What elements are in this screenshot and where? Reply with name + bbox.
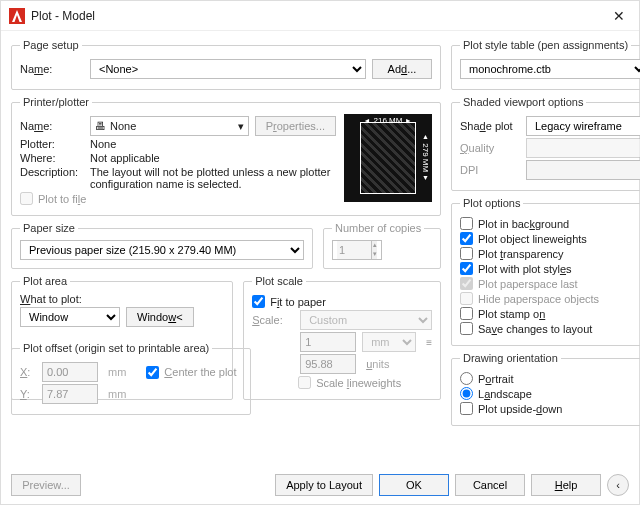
plot-offset-legend: Plot offset (origin set to printable are… <box>20 342 212 354</box>
svg-marker-0 <box>12 10 22 22</box>
y-unit: mm <box>108 388 126 400</box>
dpi-input <box>526 160 640 180</box>
ok-button[interactable]: OK <box>379 474 449 496</box>
plot-scale-legend: Plot scale <box>252 275 306 287</box>
printer-group: Printer/plotter Name: 🖶 None ▾ Propertie… <box>11 96 441 216</box>
plot-style-legend: Plot style table (pen assignments) <box>460 39 631 51</box>
plotter-value: None <box>90 138 116 150</box>
orientation-group: Drawing orientation Portrait Landscape P… <box>451 352 640 426</box>
scale-lineweights-check: Scale lineweights <box>298 376 432 389</box>
orientation-legend: Drawing orientation <box>460 352 561 364</box>
y-label: Y: <box>20 388 36 400</box>
preview-button: Preview... <box>11 474 81 496</box>
save-changes-check[interactable]: Save changes to layout <box>460 322 640 335</box>
paper-size-group: Paper size Previous paper size (215.90 x… <box>11 222 313 269</box>
window-title: Plot - Model <box>31 9 607 23</box>
plot-options-group: Plot options Plot in background Plot obj… <box>451 197 640 346</box>
page-setup-group: Page setup Name: <None> Add... <box>11 39 441 90</box>
cancel-button[interactable]: Cancel <box>455 474 525 496</box>
close-icon[interactable]: ✕ <box>607 8 631 24</box>
help-button[interactable]: Help <box>531 474 601 496</box>
quality-label: Quality <box>460 142 520 154</box>
printer-legend: Printer/plotter <box>20 96 92 108</box>
plot-object-lw-check[interactable]: Plot object lineweights <box>460 232 640 245</box>
plot-style-group: Plot style table (pen assignments) monoc… <box>451 39 640 90</box>
plot-to-file-check: Plot to file <box>20 192 336 205</box>
paper-size-legend: Paper size <box>20 222 78 234</box>
plot-style-select[interactable]: monochrome.ctb <box>460 59 640 79</box>
chevron-left-icon: ‹ <box>616 479 620 491</box>
dpi-label: DPI <box>460 164 520 176</box>
paper-size-select[interactable]: Previous paper size (215.90 x 279.40 MM) <box>20 240 304 260</box>
hide-ps-objects-check: Hide paperspace objects <box>460 292 640 305</box>
desc-label: Description: <box>20 166 84 178</box>
copies-spinner: ▴▾ <box>332 240 382 260</box>
scale-label: Scale: <box>252 314 294 326</box>
page-setup-legend: Page setup <box>20 39 82 51</box>
plot-offset-group: Plot offset (origin set to printable are… <box>11 342 251 415</box>
fit-to-paper-check[interactable]: Fit to paper <box>252 295 432 308</box>
scale-unit-count <box>300 332 356 352</box>
desc-value: The layout will not be plotted unless a … <box>90 166 336 190</box>
upside-down-check[interactable]: Plot upside-down <box>460 402 640 415</box>
copies-legend: Number of copies <box>332 222 424 234</box>
plot-dialog: Plot - Model ✕ Page setup Name: <None> A… <box>0 0 640 505</box>
plot-options-legend: Plot options <box>460 197 523 209</box>
what-to-plot-label: What to plot: <box>20 293 224 305</box>
drawing-units-input <box>300 354 356 374</box>
where-value: Not applicable <box>90 152 160 164</box>
plot-stamp-check[interactable]: Plot stamp on <box>460 307 640 320</box>
shaded-legend: Shaded viewport options <box>460 96 586 108</box>
dialog-footer: Preview... Apply to Layout OK Cancel Hel… <box>1 468 639 504</box>
printer-name-select[interactable]: 🖶 None ▾ <box>90 116 249 136</box>
page-setup-name-label: Name: <box>20 63 84 75</box>
shaded-viewport-group: Shaded viewport options Shade plot Legac… <box>451 96 640 191</box>
y-input <box>42 384 98 404</box>
plotter-label: Plotter: <box>20 138 84 150</box>
chevron-down-icon: ▾ <box>238 120 244 133</box>
add-button[interactable]: Add... <box>372 59 432 79</box>
plot-scale-group: Plot scale Fit to paper Scale: Custom <box>243 275 441 400</box>
shade-plot-select[interactable]: Legacy wireframe <box>526 116 640 136</box>
printer-icon: 🖶 <box>95 120 106 132</box>
quality-select <box>526 138 640 158</box>
center-plot-check[interactable]: Center the plot <box>146 366 236 379</box>
expand-options-button[interactable]: ‹ <box>607 474 629 496</box>
plot-ps-last-check: Plot paperspace last <box>460 277 640 290</box>
portrait-radio[interactable]: Portrait <box>460 372 640 385</box>
x-unit: mm <box>108 366 126 378</box>
scale-unit-select: mm <box>362 332 416 352</box>
window-pick-button[interactable]: Window< <box>126 307 194 327</box>
plot-transparency-check[interactable]: Plot transparency <box>460 247 640 260</box>
equals-icon: ≡ <box>426 337 432 348</box>
what-to-plot-select[interactable]: Window <box>20 307 120 327</box>
apply-to-layout-button[interactable]: Apply to Layout <box>275 474 373 496</box>
printer-name-value: None <box>110 120 238 132</box>
x-input <box>42 362 98 382</box>
page-setup-name-select[interactable]: <None> <box>90 59 366 79</box>
landscape-radio[interactable]: Landscape <box>460 387 640 400</box>
where-label: Where: <box>20 152 84 164</box>
units-label: units <box>366 358 389 370</box>
plot-background-check[interactable]: Plot in background <box>460 217 640 230</box>
scale-select: Custom <box>300 310 432 330</box>
plot-area-legend: Plot area <box>20 275 70 287</box>
shade-plot-label: Shade plot <box>460 120 520 132</box>
properties-button: Properties... <box>255 116 336 136</box>
plot-with-styles-check[interactable]: Plot with plot styles <box>460 262 640 275</box>
autocad-logo-icon <box>9 8 25 24</box>
printer-name-label: Name: <box>20 120 84 132</box>
x-label: X: <box>20 366 36 378</box>
copies-group: Number of copies ▴▾ <box>323 222 441 269</box>
titlebar: Plot - Model ✕ <box>1 1 639 31</box>
paper-preview: ◄ 216 MM ► ▲ 279 MM ▼ <box>344 114 432 202</box>
